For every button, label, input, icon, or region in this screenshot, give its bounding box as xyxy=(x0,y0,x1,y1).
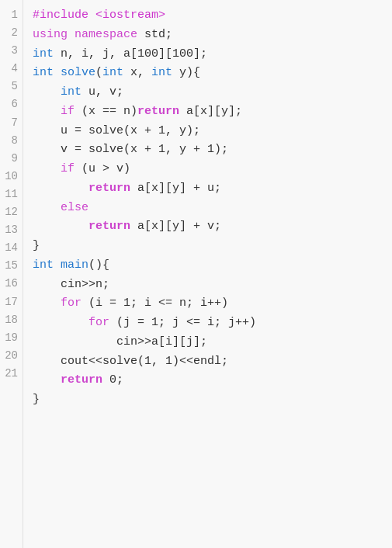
line-number-11: 11 xyxy=(0,186,23,203)
code-token xyxy=(33,355,61,368)
line-number-21: 21 xyxy=(0,365,23,383)
code-token: v = solve(x + 1, y + 1); xyxy=(61,143,228,156)
code-token: (x == n) xyxy=(82,105,137,118)
code-token xyxy=(33,373,61,387)
code-token: int xyxy=(102,66,130,79)
line-number-15: 15 xyxy=(0,257,23,275)
code-token: a[x][y]; xyxy=(186,105,242,118)
code-token: for xyxy=(61,297,88,310)
code-line-13: } xyxy=(33,237,392,256)
code-token xyxy=(33,162,61,175)
line-number-12: 12 xyxy=(0,203,23,221)
code-line-18: cin>>a[i][j]; xyxy=(33,333,392,352)
code-token: int xyxy=(33,66,61,79)
code-token: main xyxy=(61,258,88,272)
code-token: cout<<solve(1, 1)<<endl; xyxy=(61,355,228,368)
code-token: } xyxy=(33,239,40,252)
code-line-15: cin>>n; xyxy=(33,276,392,295)
line-number-16: 16 xyxy=(0,275,23,293)
code-token xyxy=(33,85,61,99)
code-token: for xyxy=(88,316,116,329)
code-token: ( xyxy=(95,66,102,79)
code-line-19: cout<<solve(1, 1)<<endl; xyxy=(33,352,392,372)
code-token: <iostream> xyxy=(95,9,165,22)
line-number-14: 14 xyxy=(0,239,23,257)
code-token xyxy=(33,297,61,310)
line-number-9: 9 xyxy=(0,150,23,168)
code-line-6: if (x == n)return a[x][y]; xyxy=(33,102,392,122)
line-number-5: 5 xyxy=(0,78,23,95)
code-token: } xyxy=(33,393,40,406)
code-token: a[x][y] + u; xyxy=(137,182,221,195)
line-number-1: 1 xyxy=(0,6,23,24)
code-line-16: for (i = 1; i <= n; i++) xyxy=(33,294,392,314)
code-token: if xyxy=(61,105,82,118)
code-line-4: int solve(int x, int y){ xyxy=(33,64,392,83)
code-line-20: return 0; xyxy=(33,371,392,390)
code-line-12: return a[x][y] + v; xyxy=(33,217,392,237)
line-number-19: 19 xyxy=(0,329,23,347)
line-number-8: 8 xyxy=(0,132,23,150)
code-token: 0; xyxy=(109,373,123,387)
code-token: #include xyxy=(33,9,95,22)
code-token xyxy=(33,335,116,349)
code-line-21: } xyxy=(33,390,392,410)
code-token xyxy=(33,316,88,329)
code-token xyxy=(33,220,88,233)
code-line-9: if (u > v) xyxy=(33,160,392,179)
code-line-3: int n, i, j, a[100][100]; xyxy=(33,45,392,64)
code-token: int xyxy=(33,47,61,61)
line-number-7: 7 xyxy=(0,114,23,132)
code-token: int xyxy=(151,66,179,79)
line-number-3: 3 xyxy=(0,42,23,60)
code-token: (u > v) xyxy=(82,162,130,175)
code-token: (){ xyxy=(88,258,109,272)
code-content: #include <iostream>using namespace std;i… xyxy=(23,0,392,548)
code-token xyxy=(33,124,61,137)
code-token: return xyxy=(61,373,109,387)
code-token xyxy=(33,278,61,291)
code-token xyxy=(33,105,61,118)
code-token: n, i, j, a[100][100]; xyxy=(61,47,207,61)
code-token: x, xyxy=(130,66,151,79)
line-number-20: 20 xyxy=(0,347,23,365)
code-token: if xyxy=(61,162,82,175)
code-token: u, v; xyxy=(88,85,123,99)
code-container: 123456789101112131415161718192021 #inclu… xyxy=(0,0,392,548)
code-token: return xyxy=(88,220,137,233)
code-token: using xyxy=(33,28,75,41)
code-line-5: int u, v; xyxy=(33,83,392,102)
code-token: return xyxy=(88,182,137,195)
code-line-14: int main(){ xyxy=(33,256,392,276)
code-line-7: u = solve(x + 1, y); xyxy=(33,122,392,141)
code-token: else xyxy=(61,201,88,214)
line-number-2: 2 xyxy=(0,24,23,42)
code-line-2: using namespace std; xyxy=(33,26,392,45)
code-line-11: else xyxy=(33,199,392,218)
code-line-8: v = solve(x + 1, y + 1); xyxy=(33,140,392,160)
code-token xyxy=(33,182,88,195)
code-token: return xyxy=(137,105,186,118)
code-token xyxy=(33,201,61,214)
line-number-4: 4 xyxy=(0,60,23,78)
line-number-17: 17 xyxy=(0,293,23,311)
code-token: std; xyxy=(144,28,172,41)
code-token xyxy=(33,143,61,156)
code-token: solve xyxy=(61,66,95,79)
line-number-6: 6 xyxy=(0,95,23,113)
code-token: int xyxy=(61,85,88,99)
code-token: u = solve(x + 1, y); xyxy=(61,124,200,137)
code-line-1: #include <iostream> xyxy=(33,6,392,26)
line-numbers: 123456789101112131415161718192021 xyxy=(0,0,23,548)
code-token: (i = 1; i <= n; i++) xyxy=(88,297,228,310)
code-token: namespace xyxy=(75,28,144,41)
code-token: int xyxy=(33,258,61,272)
code-token: (j = 1; j <= i; j++) xyxy=(116,316,256,329)
code-token: cin>>a[i][j]; xyxy=(116,335,207,349)
code-token: y){ xyxy=(179,66,200,79)
code-token: cin>>n; xyxy=(61,278,109,291)
line-number-13: 13 xyxy=(0,221,23,239)
code-token: a[x][y] + v; xyxy=(137,220,221,233)
line-number-18: 18 xyxy=(0,311,23,329)
line-number-10: 10 xyxy=(0,168,23,186)
